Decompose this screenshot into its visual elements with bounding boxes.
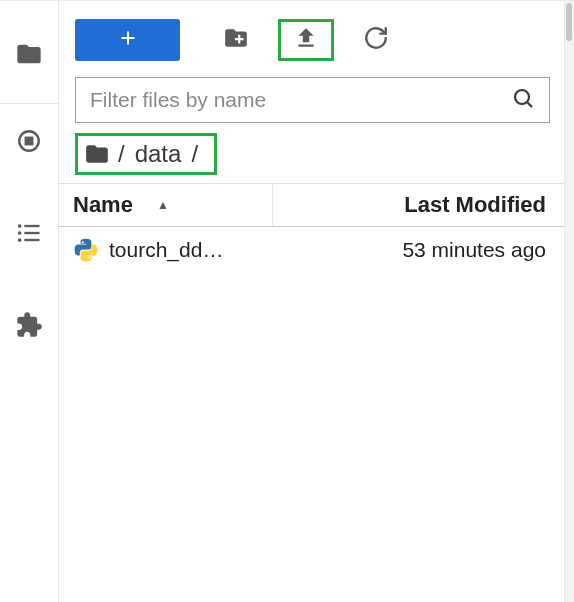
- extension-icon: [15, 311, 43, 343]
- file-modified: 53 minutes ago: [275, 238, 574, 262]
- extensions-tab[interactable]: [2, 300, 56, 354]
- breadcrumb-sep: /: [187, 140, 202, 168]
- column-modified[interactable]: Last Modified: [273, 192, 574, 218]
- refresh-button[interactable]: [348, 19, 404, 61]
- rail-divider: [0, 103, 58, 104]
- filter-input[interactable]: [90, 88, 511, 112]
- svg-point-10: [515, 90, 529, 104]
- column-modified-label: Last Modified: [404, 192, 546, 217]
- upload-button[interactable]: [278, 19, 334, 61]
- search-icon: [511, 86, 535, 114]
- new-launcher-button[interactable]: [75, 19, 180, 61]
- toolbar: [59, 1, 574, 65]
- new-folder-button[interactable]: [208, 19, 264, 61]
- folder-icon: [84, 141, 110, 167]
- file-browser-tab[interactable]: [2, 29, 56, 83]
- folder-icon: [15, 40, 43, 72]
- svg-rect-5: [24, 225, 39, 227]
- svg-rect-1: [26, 138, 33, 145]
- new-folder-icon: [223, 25, 249, 55]
- column-name-label: Name: [73, 192, 133, 218]
- python-icon: [73, 237, 99, 263]
- svg-line-11: [528, 103, 532, 107]
- scrollbar[interactable]: [564, 1, 574, 602]
- svg-point-2: [18, 224, 22, 228]
- plus-icon: [118, 28, 138, 52]
- breadcrumb-wrap: / data /: [59, 133, 574, 183]
- sort-asc-icon: ▲: [157, 198, 169, 212]
- file-list-header: Name ▲ Last Modified: [59, 183, 574, 227]
- toc-tab[interactable]: [2, 208, 56, 262]
- breadcrumb[interactable]: / data /: [75, 133, 217, 175]
- svg-point-3: [18, 231, 22, 235]
- file-name: tourch_dd…: [109, 238, 275, 262]
- activity-bar: [0, 1, 58, 602]
- file-browser-panel: / data / Name ▲ Last Modified tourch_dd……: [58, 1, 574, 602]
- list-icon: [15, 219, 43, 251]
- svg-rect-6: [24, 232, 39, 234]
- refresh-icon: [363, 25, 389, 55]
- running-tab[interactable]: [2, 116, 56, 170]
- list-item[interactable]: tourch_dd… 53 minutes ago: [59, 227, 574, 273]
- svg-point-4: [18, 238, 22, 242]
- filter-wrap: [59, 65, 574, 133]
- breadcrumb-segment[interactable]: data: [131, 140, 186, 168]
- column-name[interactable]: Name ▲: [59, 184, 273, 226]
- breadcrumb-sep: /: [114, 140, 129, 168]
- filter-box[interactable]: [75, 77, 550, 123]
- file-list: tourch_dd… 53 minutes ago: [59, 227, 574, 602]
- upload-icon: [293, 25, 319, 55]
- svg-rect-7: [24, 239, 39, 241]
- stop-circle-icon: [16, 128, 42, 158]
